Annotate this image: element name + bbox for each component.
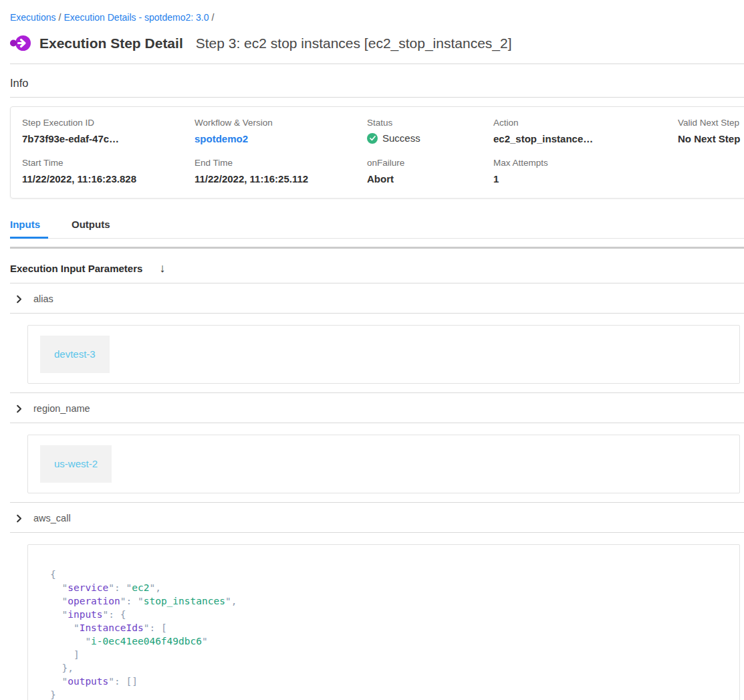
execution-step-detail-page: Executions/Execution Details - spotdemo2…: [0, 0, 744, 700]
step-info-card: Step Execution ID 7b73f93e-edaf-47c… Wor…: [10, 106, 744, 199]
section-label: alias: [33, 294, 53, 304]
field-label: Step Execution ID: [22, 117, 195, 129]
chevron-right-icon[interactable]: [15, 404, 23, 413]
section-label: aws_call: [33, 513, 71, 523]
section-label: region_name: [33, 403, 90, 414]
workflow-link[interactable]: spotdemo2: [195, 132, 367, 146]
breadcrumb-link-executions[interactable]: Executions: [10, 12, 55, 23]
field-workflow-version: Workflow & Version spotdemo2: [195, 117, 367, 146]
info-section-title: Info: [10, 77, 744, 90]
field-label: Workflow & Version: [195, 117, 367, 129]
status-badge: Success: [367, 132, 493, 144]
region-name-value-chip: us-west-2: [40, 445, 112, 483]
alias-value-chip: devtest-3: [40, 336, 110, 373]
field-value: 11/22/2022, 11:16:25.112: [195, 172, 367, 186]
field-label: Status: [367, 117, 493, 129]
region-name-value-panel: us-west-2: [27, 435, 740, 493]
header-divider: [10, 64, 744, 64]
page-title: Execution Step Detail: [39, 35, 183, 51]
tab-section-divider: [10, 247, 744, 249]
section-header-region-name[interactable]: region_name: [10, 393, 744, 423]
field-label: onFailure: [367, 157, 493, 169]
breadcrumb-separator: /: [212, 12, 215, 23]
app-logo-icon: [10, 33, 31, 53]
field-value: ec2_stop_instance…: [493, 132, 678, 146]
field-value: 1: [493, 172, 678, 186]
field-value: Abort: [367, 172, 493, 186]
breadcrumb-separator: /: [58, 12, 61, 23]
sort-down-arrow-icon[interactable]: ↓: [159, 262, 165, 274]
field-label: Action: [493, 117, 678, 129]
chevron-right-icon[interactable]: [15, 514, 23, 523]
field-end-time: End Time 11/22/2022, 11:16:25.112: [195, 157, 367, 186]
field-onfailure: onFailure Abort: [367, 157, 493, 186]
section-divider: [10, 313, 744, 314]
field-start-time: Start Time 11/22/2022, 11:16:23.828: [22, 157, 195, 186]
field-step-execution-id: Step Execution ID 7b73f93e-edaf-47c…: [22, 117, 195, 146]
field-valid-next-step: Valid Next Step No Next Step: [678, 117, 744, 146]
field-value: 11/22/2022, 11:16:23.828: [22, 172, 195, 186]
field-label: Max Attempts: [493, 157, 678, 169]
section-divider: [10, 532, 744, 533]
chevron-right-icon[interactable]: [15, 295, 23, 304]
tab-inputs[interactable]: Inputs: [10, 219, 48, 239]
section-header-aws-call[interactable]: aws_call: [10, 503, 744, 532]
field-label: End Time: [195, 157, 367, 169]
info-divider: [10, 97, 744, 98]
field-label: Valid Next Step: [678, 117, 744, 129]
tab-outputs[interactable]: Outputs: [72, 219, 118, 239]
status-text: Success: [382, 132, 420, 144]
parameters-title: Execution Input Parameters: [10, 263, 142, 274]
field-empty: [678, 157, 744, 186]
breadcrumb-link-execution-details[interactable]: Execution Details - spotdemo2: 3.0: [64, 12, 209, 23]
field-status: Status Success: [367, 117, 493, 146]
field-label: Start Time: [22, 157, 195, 169]
success-check-icon: [367, 133, 378, 144]
alias-value-panel: devtest-3: [27, 325, 740, 384]
inputs-outputs-tabbar: Inputs Outputs: [10, 219, 744, 239]
page-subtitle: Step 3: ec2 stop instances [ec2_stop_ins…: [196, 35, 512, 51]
field-action: Action ec2_stop_instance…: [493, 117, 678, 146]
page-header: Execution Step Detail Step 3: ec2 stop i…: [10, 33, 744, 53]
breadcrumb: Executions/Execution Details - spotdemo2…: [10, 0, 744, 24]
aws-call-json-panel: { "service": "ec2", "operation": "stop_i…: [27, 544, 740, 700]
execution-input-parameters-header: Execution Input Parameters ↓: [10, 262, 744, 274]
section-divider: [10, 423, 744, 423]
field-max-attempts: Max Attempts 1: [493, 157, 678, 186]
field-value: No Next Step: [678, 132, 744, 146]
field-value: 7b73f93e-edaf-47c…: [22, 132, 195, 146]
section-header-alias[interactable]: alias: [10, 283, 744, 313]
aws-call-json-code: { "service": "ec2", "operation": "stop_i…: [50, 568, 731, 700]
